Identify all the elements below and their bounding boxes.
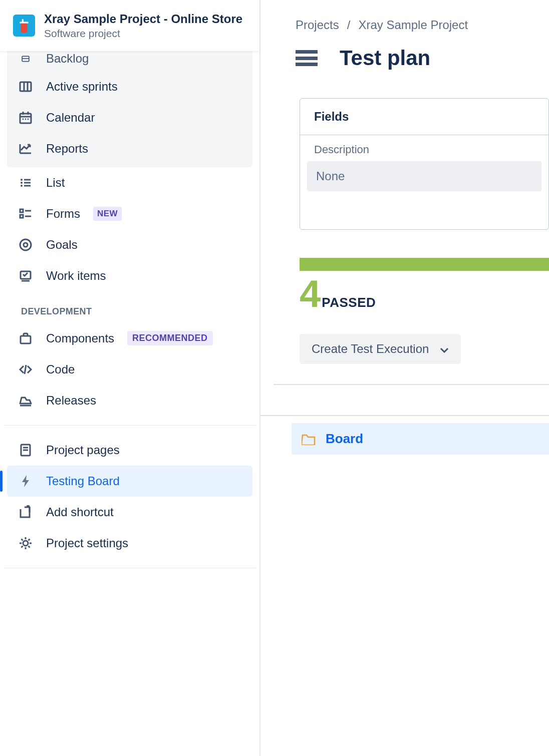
main-content: Projects / Xray Sample Project Test plan… (260, 0, 549, 756)
sidebar-item-calendar[interactable]: Calendar (7, 102, 252, 133)
svg-point-24 (24, 243, 28, 247)
sidebar-item-releases[interactable]: Releases (7, 385, 252, 416)
sidebar-item-label: Backlog (46, 52, 89, 66)
create-test-execution-button[interactable]: Create Test Execution (300, 334, 461, 364)
sidebar-item-code[interactable]: Code (7, 354, 252, 385)
sidebar-item-components[interactable]: Components RECOMMENDED (7, 323, 252, 354)
sidebar-item-reports[interactable]: Reports (7, 133, 252, 164)
add-shortcut-icon (18, 505, 33, 520)
pages-icon (18, 443, 33, 458)
divider (4, 425, 255, 426)
fields-header: Fields (300, 99, 548, 135)
divider (260, 415, 549, 416)
components-icon (18, 331, 33, 346)
svg-rect-3 (20, 82, 31, 91)
sidebar-item-project-pages[interactable]: Project pages (7, 435, 252, 466)
button-label: Create Test Execution (312, 342, 429, 356)
breadcrumb-projects[interactable]: Projects (296, 18, 339, 32)
passed-label: PASSED (322, 295, 376, 310)
project-type: Software project (44, 28, 242, 40)
page-title: Test plan (340, 46, 430, 70)
sidebar-item-label: Add shortcut (46, 505, 114, 519)
svg-point-13 (21, 179, 23, 181)
code-icon (18, 362, 33, 377)
svg-point-12 (28, 118, 29, 120)
work-items-icon (18, 268, 33, 283)
svg-point-10 (23, 118, 24, 120)
passed-count: 4 (300, 275, 321, 313)
sidebar-item-label: Releases (46, 394, 96, 408)
breadcrumb-sep: / (347, 18, 351, 32)
svg-rect-27 (21, 336, 31, 343)
project-avatar (13, 15, 35, 37)
calendar-icon (18, 110, 33, 125)
sidebar-item-backlog[interactable]: Backlog (7, 51, 252, 71)
chevron-down-icon (440, 342, 449, 356)
sidebar-item-label: Project settings (46, 536, 128, 550)
sidebar-item-list[interactable]: List (7, 167, 252, 198)
menu-icon[interactable] (296, 50, 318, 66)
field-description-value[interactable]: None (307, 161, 541, 191)
sidebar-item-label: Code (46, 362, 75, 376)
list-icon (18, 175, 33, 190)
field-description-label: Description (300, 135, 548, 161)
sidebar-item-active-sprints[interactable]: Active sprints (7, 71, 252, 102)
sidebar-item-label: Work items (46, 269, 106, 283)
reports-icon (18, 141, 33, 156)
forms-icon (18, 206, 33, 221)
sidebar-item-label: Goals (46, 238, 78, 252)
sidebar-item-work-items[interactable]: Work items (7, 260, 252, 291)
board-icon (18, 79, 33, 94)
svg-point-23 (20, 239, 31, 250)
backlog-icon (18, 51, 33, 66)
goals-icon (18, 237, 33, 252)
board-item[interactable]: Board (292, 423, 549, 455)
recommended-badge: RECOMMENDED (127, 331, 213, 345)
fields-card: Fields Description None (300, 98, 549, 230)
sidebar-item-label: List (46, 176, 65, 190)
svg-rect-0 (22, 20, 24, 23)
sidebar-item-label: Calendar (46, 111, 95, 125)
svg-rect-20 (20, 215, 23, 218)
board-label: Board (326, 431, 363, 447)
sidebar-item-add-shortcut[interactable]: Add shortcut (7, 497, 252, 528)
sidebar-item-label: Project pages (46, 443, 120, 457)
sidebar-nav: Backlog Active sprints Calendar Reports … (0, 51, 259, 756)
sidebar-item-label: Forms (46, 207, 80, 221)
passed-stat: 4 PASSED (260, 271, 549, 313)
sidebar-item-forms[interactable]: Forms NEW (7, 198, 252, 229)
releases-icon (18, 393, 33, 408)
svg-rect-19 (20, 209, 23, 212)
breadcrumb: Projects / Xray Sample Project (260, 0, 549, 36)
svg-point-35 (23, 541, 28, 546)
svg-point-11 (25, 118, 27, 120)
svg-rect-6 (20, 114, 31, 123)
sidebar-item-label: Reports (46, 142, 88, 156)
new-badge: NEW (93, 207, 122, 221)
status-bar (300, 258, 549, 271)
breadcrumb-project[interactable]: Xray Sample Project (358, 18, 468, 32)
svg-line-28 (25, 365, 26, 374)
sidebar-item-project-settings[interactable]: Project settings (7, 528, 252, 559)
sidebar-item-goals[interactable]: Goals (7, 229, 252, 260)
project-header: Xray Sample Project - Online Store Softw… (0, 0, 259, 51)
folder-icon (302, 433, 316, 445)
sidebar-item-testing-board[interactable]: Testing Board (7, 466, 252, 497)
sidebar-item-label: Components (46, 331, 114, 345)
divider (4, 568, 255, 568)
sidebar-item-label: Active sprints (46, 80, 118, 94)
svg-point-15 (21, 185, 23, 187)
dev-section-header: DEVELOPMENT (7, 291, 252, 323)
project-title: Xray Sample Project - Online Store (44, 12, 242, 27)
lightning-icon (18, 474, 33, 489)
divider (273, 384, 549, 385)
svg-point-14 (21, 182, 23, 184)
sidebar-item-label: Testing Board (46, 474, 120, 488)
sidebar: Xray Sample Project - Online Store Softw… (0, 0, 260, 756)
gear-icon (18, 536, 33, 551)
